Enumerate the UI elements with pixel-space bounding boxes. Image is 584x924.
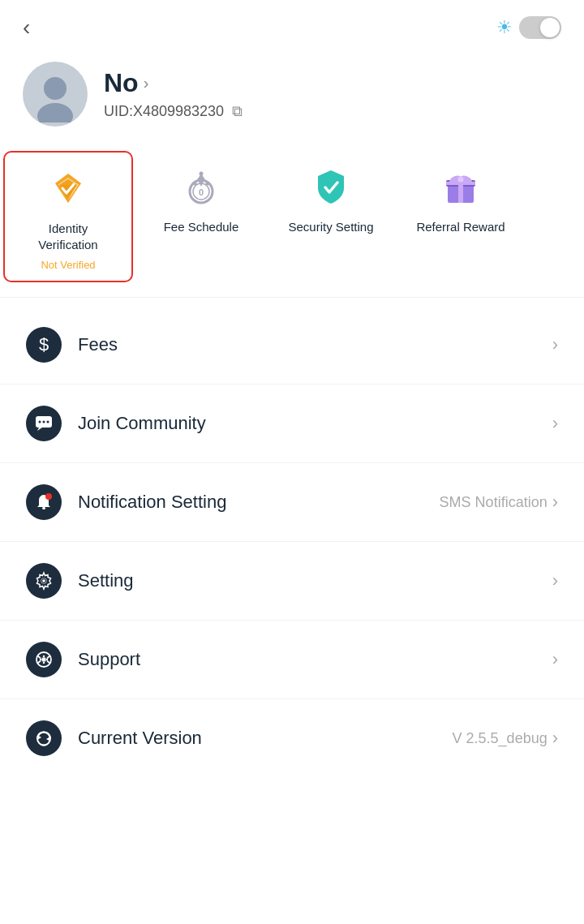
svg-point-20 xyxy=(39,421,41,423)
quick-item-identity-verification[interactable]: IdentityVerification Not Verified xyxy=(3,151,133,282)
svg-point-0 xyxy=(44,77,67,100)
svg-marker-36 xyxy=(46,737,50,741)
notification-setting-right: SMS Notification › xyxy=(440,492,558,513)
gift-icon-wrap xyxy=(435,161,487,213)
username-row[interactable]: No › xyxy=(104,68,243,98)
quick-item-security-setting[interactable]: Security Setting xyxy=(266,151,396,245)
svg-point-31 xyxy=(40,659,41,660)
uid-row: UID:X4809983230 ⧉ xyxy=(104,103,243,120)
menu-list: $ Fees › Join Community › xyxy=(0,298,584,785)
support-chevron: › xyxy=(552,649,558,670)
svg-point-17 xyxy=(458,177,464,183)
menu-item-support[interactable]: Support › xyxy=(0,621,584,699)
security-shield-icon xyxy=(310,165,352,208)
identity-verification-label: IdentityVerification xyxy=(38,221,97,252)
svg-point-24 xyxy=(45,493,52,500)
medal-icon: 0 xyxy=(180,165,222,208)
avatar[interactable] xyxy=(23,62,88,127)
theme-toggle-switch[interactable] xyxy=(519,16,561,39)
svg-marker-19 xyxy=(37,428,42,431)
join-community-right: › xyxy=(552,413,558,434)
svg-point-21 xyxy=(43,421,45,423)
notification-chevron: › xyxy=(552,492,558,513)
setting-right: › xyxy=(552,570,558,591)
svg-text:0: 0 xyxy=(199,187,204,197)
header-bar: ‹ ☀ xyxy=(0,0,584,49)
referral-reward-label: Referral Reward xyxy=(416,219,505,235)
current-version-text: V 2.5.5_debug xyxy=(453,730,548,747)
username-chevron: › xyxy=(144,74,149,92)
support-icon-circle xyxy=(26,642,62,677)
svg-point-30 xyxy=(42,658,46,662)
svg-rect-23 xyxy=(42,507,45,509)
svg-point-8 xyxy=(193,182,197,186)
menu-item-fees[interactable]: $ Fees › xyxy=(0,306,584,385)
current-version-label: Current Version xyxy=(78,728,436,749)
avatar-svg xyxy=(27,66,84,122)
dollar-icon: $ xyxy=(39,334,49,355)
current-version-chevron: › xyxy=(552,728,558,749)
diamond-icon xyxy=(47,167,89,209)
back-button[interactable]: ‹ xyxy=(23,15,30,41)
username: No xyxy=(104,68,139,98)
svg-point-10 xyxy=(200,172,204,176)
refresh-icon xyxy=(34,728,54,748)
fees-right: › xyxy=(552,334,558,355)
menu-item-setting[interactable]: Setting › xyxy=(0,542,584,621)
security-setting-label: Security Setting xyxy=(288,219,373,235)
profile-info: No › UID:X4809983230 ⧉ xyxy=(104,68,243,120)
fees-label: Fees xyxy=(78,334,536,355)
svg-point-34 xyxy=(43,662,45,664)
chat-icon xyxy=(34,414,54,433)
menu-item-join-community[interactable]: Join Community › xyxy=(0,385,584,463)
setting-label: Setting xyxy=(78,570,536,591)
profile-section: No › UID:X4809983230 ⧉ xyxy=(0,49,584,143)
fee-schedule-label: Fee Schedule xyxy=(164,219,239,235)
svg-point-27 xyxy=(42,579,45,582)
quick-item-referral-reward[interactable]: Referral Reward xyxy=(396,151,526,245)
current-version-icon-circle xyxy=(26,720,62,756)
notification-right-text: SMS Notification xyxy=(440,494,548,511)
menu-item-current-version[interactable]: Current Version V 2.5.5_debug › xyxy=(0,699,584,777)
setting-chevron: › xyxy=(552,570,558,591)
toggle-knob xyxy=(540,18,560,37)
menu-item-notification-setting[interactable]: Notification Setting SMS Notification › xyxy=(0,463,584,542)
gift-icon xyxy=(440,165,482,208)
join-community-icon-circle xyxy=(26,406,62,441)
support-right: › xyxy=(552,649,558,670)
join-community-chevron: › xyxy=(552,413,558,434)
svg-point-32 xyxy=(43,655,45,657)
current-version-right: V 2.5.5_debug › xyxy=(453,728,558,749)
notification-icon-circle xyxy=(26,484,62,520)
diamond-icon-wrap xyxy=(42,162,94,214)
fees-icon-circle: $ xyxy=(26,327,62,363)
join-community-label: Join Community xyxy=(78,413,536,434)
setting-icon-circle xyxy=(26,563,62,599)
notification-setting-label: Notification Setting xyxy=(78,492,423,513)
svg-point-22 xyxy=(47,421,49,423)
identity-verification-status: Not Verified xyxy=(41,259,95,271)
sun-icon: ☀ xyxy=(496,17,513,38)
svg-point-1 xyxy=(37,103,73,122)
support-label: Support xyxy=(78,649,536,670)
quick-menu: IdentityVerification Not Verified 0 Fee … xyxy=(0,143,584,298)
copy-icon[interactable]: ⧉ xyxy=(232,103,243,120)
support-icon xyxy=(34,650,54,669)
svg-point-33 xyxy=(46,659,48,660)
quick-item-fee-schedule[interactable]: 0 Fee Schedule xyxy=(136,151,266,245)
uid-text: UID:X4809983230 xyxy=(104,103,224,120)
fees-chevron: › xyxy=(552,334,558,355)
shield-icon-wrap xyxy=(305,161,357,213)
theme-toggle-area: ☀ xyxy=(496,16,561,39)
medal-icon-wrap: 0 xyxy=(175,161,227,213)
svg-point-9 xyxy=(206,182,210,186)
bell-icon xyxy=(34,492,54,512)
gear-icon xyxy=(34,571,54,591)
